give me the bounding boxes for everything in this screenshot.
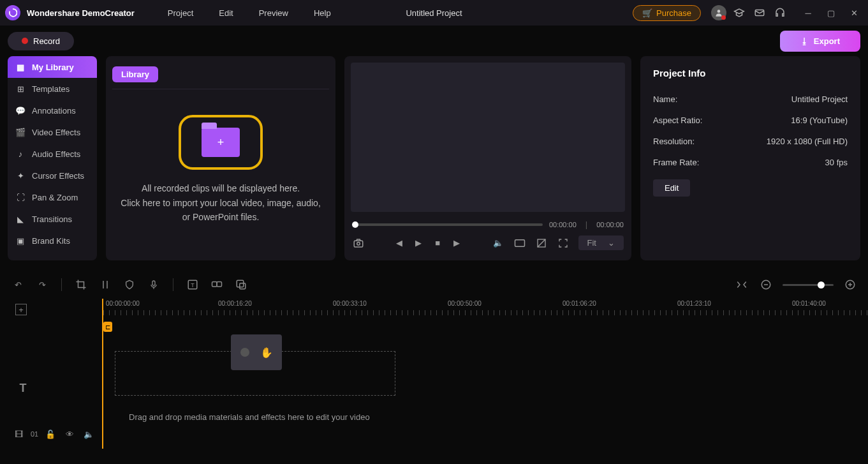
grab-cursor-icon: ✋ (260, 347, 273, 359)
import-hint-text: All recorded clips will be displayed her… (121, 181, 321, 224)
zoom-in-button[interactable] (842, 277, 858, 292)
minimize-button[interactable]: ─ (799, 4, 817, 22)
volume-icon[interactable]: 🔈 (492, 237, 504, 250)
info-name-value: Untitled Project (791, 94, 848, 104)
maximize-button[interactable]: ▢ (822, 4, 840, 22)
brand-kits-icon: ▣ (15, 236, 26, 246)
academy-icon[interactable] (730, 4, 748, 22)
annotations-icon: 💬 (15, 105, 26, 116)
zoom-out-button[interactable] (758, 277, 774, 292)
sidebar-item-pan-zoom[interactable]: ⛶Pan & Zoom (8, 186, 97, 208)
fit-dropdown[interactable]: Fit ⌄ (578, 236, 624, 250)
export-button[interactable]: ⭳ Export (780, 31, 860, 52)
menu-edit[interactable]: Edit (207, 8, 244, 18)
preview-panel: 00:00:00 | 00:00:00 ◀ ▶ ■ ◀ 🔈 Fit ⌄ (344, 56, 631, 260)
zoom-slider[interactable] (783, 284, 834, 286)
voiceover-button[interactable] (146, 277, 161, 292)
sidebar-item-transitions[interactable]: ◣Transitions (8, 208, 97, 230)
fullscreen-icon[interactable] (557, 237, 570, 250)
drag-cursor-thumbnail: ✋ (231, 334, 282, 370)
sidebar: ▦My Library ⊞Templates 💬Annotations 🎬Vid… (8, 56, 97, 260)
svg-rect-2 (354, 241, 363, 247)
split-button[interactable] (98, 277, 113, 292)
sidebar-item-video-effects[interactable]: 🎬Video Effects (8, 121, 97, 143)
info-aspect-value: 16:9 (YouTube) (791, 116, 848, 125)
user-avatar[interactable] (710, 4, 728, 22)
mute-track-button[interactable]: 🔈 (82, 427, 96, 441)
marker-button[interactable] (122, 277, 137, 292)
action-bar: Record ⭳ Export (0, 26, 868, 56)
title-bar: Wondershare DemoCreator Project Edit Pre… (0, 0, 868, 26)
total-time: 00:00:00 (596, 221, 624, 228)
thumbnail-placeholder-icon (240, 348, 249, 357)
timeline-tracks[interactable]: 00:00:00:00 00:00:16:20 00:00:33:10 00:0… (102, 299, 868, 449)
timeline-toolbar: ↶ ↷ T (0, 271, 868, 299)
sidebar-item-brand-kits[interactable]: ▣Brand Kits (8, 230, 97, 251)
timeline: + T 🎞 01 🔓 👁 🔈 00:00:00:00 00:00:16:20 0… (0, 299, 868, 449)
library-icon: ▦ (15, 62, 26, 72)
snapshot-icon[interactable] (352, 237, 365, 250)
lock-track-button[interactable]: 🔓 (43, 427, 57, 441)
sidebar-item-annotations[interactable]: 💬Annotations (8, 100, 97, 121)
playhead-marker[interactable]: ⊏ (103, 322, 112, 332)
import-area[interactable]: + All recorded clips will be displayed h… (106, 89, 335, 250)
fit-timeline-button[interactable] (734, 277, 749, 292)
svg-rect-15 (240, 283, 246, 289)
svg-text:T: T (191, 282, 195, 288)
info-aspect-label: Aspect Ratio: (653, 116, 702, 125)
redo-button[interactable]: ↷ (34, 277, 50, 292)
sidebar-item-audio-effects[interactable]: ♪Audio Effects (8, 143, 97, 165)
app-name: Wondershare DemoCreator (27, 8, 135, 18)
notification-dot-icon (721, 15, 726, 20)
purchase-button[interactable]: 🛒 Purchase (633, 5, 701, 21)
library-panel: Library + All recorded clips will be dis… (106, 56, 335, 260)
stop-button[interactable]: ■ (431, 237, 444, 250)
info-name-label: Name: (653, 94, 677, 104)
play-button[interactable]: ▶ (412, 237, 425, 250)
svg-point-0 (717, 10, 721, 13)
menu-help[interactable]: Help (302, 8, 342, 18)
svg-point-3 (357, 242, 360, 245)
current-time: 00:00:00 (549, 221, 577, 228)
info-framerate-label: Frame Rate: (653, 158, 699, 167)
menu-preview[interactable]: Preview (247, 8, 300, 18)
svg-rect-12 (212, 282, 217, 287)
audio-effects-icon: ♪ (15, 149, 26, 159)
text-track-icon[interactable]: T (15, 380, 31, 396)
menu-project[interactable]: Project (156, 8, 205, 18)
sidebar-item-templates[interactable]: ⊞Templates (8, 78, 97, 100)
preview-video-area (351, 63, 625, 212)
sidebar-item-my-library[interactable]: ▦My Library (8, 56, 97, 78)
prev-frame-button[interactable]: ◀ (393, 237, 406, 250)
svg-rect-13 (217, 282, 222, 287)
track-media-icon[interactable]: 🎞 (11, 427, 26, 441)
project-title: Untitled Project (406, 8, 462, 18)
headset-icon[interactable] (771, 4, 789, 22)
next-frame-button[interactable]: ◀ (450, 237, 463, 250)
mail-icon[interactable] (751, 4, 769, 22)
safe-zone-icon[interactable] (535, 237, 548, 250)
visibility-track-button[interactable]: 👁 (63, 427, 77, 441)
info-resolution-label: Resolution: (653, 137, 695, 146)
aspect-icon[interactable] (513, 237, 526, 250)
sidebar-item-cursor-effects[interactable]: ✦Cursor Effects (8, 165, 97, 186)
add-track-button[interactable]: + (15, 304, 27, 315)
record-dot-icon (22, 38, 28, 44)
info-title: Project Info (653, 68, 848, 79)
cart-icon: 🛒 (642, 8, 652, 18)
record-button[interactable]: Record (8, 32, 74, 50)
library-tab[interactable]: Library (112, 66, 158, 82)
group-button[interactable] (209, 277, 224, 292)
video-effects-icon: 🎬 (15, 127, 26, 137)
preview-progress-slider[interactable] (352, 223, 543, 226)
cursor-effects-icon: ✦ (15, 170, 26, 181)
track-count: 01 (31, 430, 38, 438)
text-button[interactable]: T (185, 277, 200, 292)
render-button[interactable] (233, 277, 249, 292)
timeline-ruler[interactable]: 00:00:00:00 00:00:16:20 00:00:33:10 00:0… (103, 299, 868, 315)
edit-project-info-button[interactable]: Edit (653, 179, 690, 197)
crop-button[interactable] (73, 277, 89, 292)
close-button[interactable]: ✕ (845, 4, 863, 22)
templates-icon: ⊞ (15, 84, 26, 94)
undo-button[interactable]: ↶ (10, 277, 26, 292)
